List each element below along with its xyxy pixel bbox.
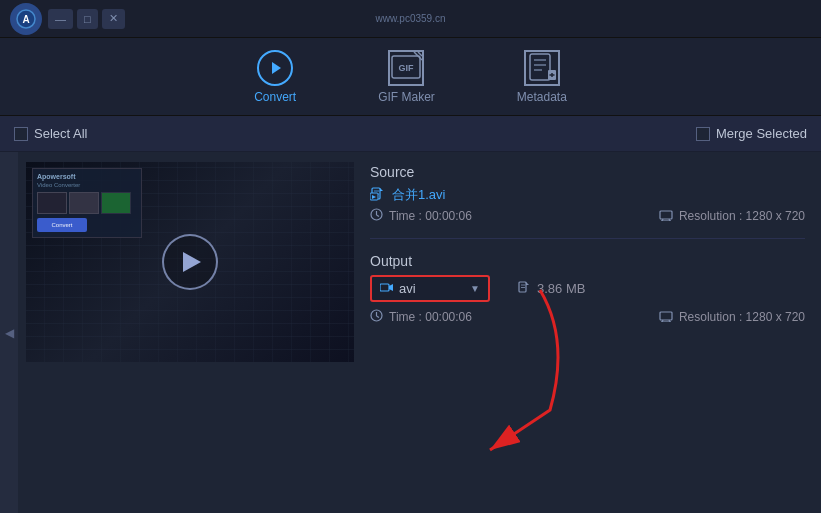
maximize-button[interactable]: □: [77, 9, 98, 29]
select-all-bar: Select All Merge Selected: [0, 116, 821, 152]
format-video-icon: [380, 282, 393, 295]
svg-marker-32: [526, 282, 529, 285]
svg-text:GIF: GIF: [399, 63, 415, 73]
output-size-group: 3.86 MB: [518, 281, 585, 297]
output-time-icon: [370, 309, 383, 325]
overlay-logo-text: Apowersoft: [37, 173, 76, 180]
source-time-icon: [370, 208, 383, 224]
format-dropdown[interactable]: avi ▼: [370, 275, 490, 302]
video-overlay-logo: Apowersoft Video Converter Convert: [32, 168, 142, 238]
gif-icon: GIF: [388, 50, 424, 86]
source-time-group: Time : 00:00:06: [370, 208, 619, 224]
metadata-icon: [524, 50, 560, 86]
info-panel: Source 合并1.avi: [354, 152, 821, 513]
overlay-logo-sub: Video Converter: [37, 182, 80, 188]
output-meta-row: Time : 00:00:06 Resolution : 1280 x 720: [370, 308, 805, 326]
merge-selected-group: Merge Selected: [696, 126, 807, 141]
svg-rect-27: [380, 284, 389, 291]
source-file-name: 合并1.avi: [392, 186, 445, 204]
metadata-label: Metadata: [517, 90, 567, 104]
main-toolbar: Convert GIF GIF Maker Meta: [0, 38, 821, 116]
output-resolution-group: Resolution : 1280 x 720: [659, 308, 805, 326]
main-content: ◀ Apowersoft Video Converter Convert: [0, 152, 821, 513]
merge-selected-label: Merge Selected: [716, 126, 807, 141]
close-button[interactable]: ✕: [102, 9, 125, 29]
output-resolution-icon: [659, 308, 673, 326]
merge-checkbox[interactable]: [696, 127, 710, 141]
tab-gif-maker[interactable]: GIF GIF Maker: [362, 42, 451, 112]
file-size-icon: [518, 281, 529, 297]
play-button[interactable]: [162, 234, 218, 290]
source-time-label: Time : 00:00:06: [389, 209, 472, 223]
section-divider: [370, 238, 805, 239]
convert-icon: [257, 50, 293, 86]
convert-label: Convert: [254, 90, 296, 104]
window-controls[interactable]: — □ ✕: [48, 9, 125, 29]
dropdown-arrow-icon: ▼: [470, 283, 480, 294]
svg-rect-23: [660, 211, 672, 219]
svg-text:A: A: [22, 14, 29, 25]
svg-rect-29: [519, 282, 526, 292]
output-resolution-label: Resolution : 1280 x 720: [679, 310, 805, 324]
app-header: A — □ ✕ www.pc0359.cn: [0, 0, 821, 38]
source-file-row: 合并1.avi: [370, 186, 805, 204]
format-label: avi: [399, 281, 464, 296]
output-time-label: Time : 00:00:06: [389, 310, 472, 324]
svg-line-22: [377, 215, 380, 217]
svg-marker-28: [389, 284, 393, 291]
output-format-row: avi ▼ 3.86 MB: [370, 275, 805, 302]
source-meta-row: Time : 00:00:06 Resolution : 1280 x 720: [370, 208, 805, 224]
source-resolution-group: Resolution : 1280 x 720: [659, 209, 805, 223]
gif-label: GIF Maker: [378, 90, 435, 104]
select-all-group: Select All: [14, 126, 87, 141]
select-all-checkbox[interactable]: [14, 127, 28, 141]
video-preview: Apowersoft Video Converter Convert: [26, 162, 354, 362]
output-time-group: Time : 00:00:06: [370, 309, 619, 325]
source-resolution-icon: [659, 210, 673, 223]
svg-line-35: [377, 316, 380, 318]
video-inner: Apowersoft Video Converter Convert: [26, 162, 354, 362]
output-file-size: 3.86 MB: [537, 281, 585, 296]
source-resolution-label: Resolution : 1280 x 720: [679, 209, 805, 223]
source-title: Source: [370, 164, 805, 180]
output-section: Output avi ▼: [370, 253, 805, 328]
minimize-button[interactable]: —: [48, 9, 73, 29]
left-arrow-icon: ◀: [5, 326, 14, 340]
watermark: www.pc0359.cn: [375, 13, 445, 24]
svg-rect-36: [660, 312, 672, 320]
tab-convert[interactable]: Convert: [238, 42, 312, 112]
svg-rect-7: [530, 54, 550, 80]
source-section: Source 合并1.avi: [370, 164, 805, 226]
output-title: Output: [370, 253, 805, 269]
select-all-label: Select All: [34, 126, 87, 141]
tab-metadata[interactable]: Metadata: [501, 42, 583, 112]
svg-marker-2: [272, 62, 281, 74]
source-file-icon: [370, 187, 384, 204]
play-triangle-icon: [183, 252, 201, 272]
collapse-arrow[interactable]: ◀: [0, 152, 18, 513]
app-logo: A: [10, 3, 42, 35]
